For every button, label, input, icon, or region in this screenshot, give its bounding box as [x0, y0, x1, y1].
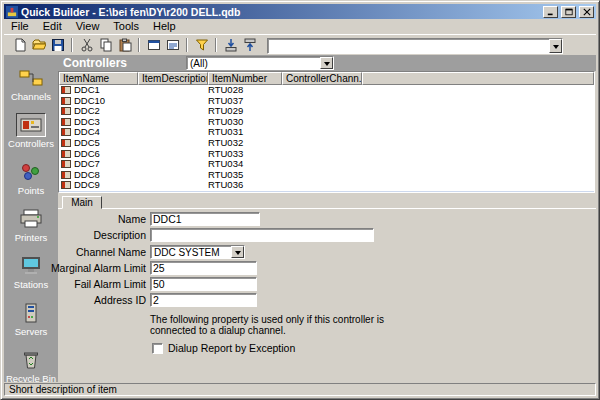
filter-button[interactable] — [192, 36, 211, 53]
minimize-icon — [546, 8, 556, 16]
address-id-field[interactable] — [150, 293, 257, 307]
cell-itemdescription — [138, 170, 208, 181]
new-button[interactable] — [10, 36, 29, 53]
table-row[interactable]: DDC9RTU036 — [59, 180, 594, 191]
cell-itemnumber: RTU033 — [208, 149, 282, 160]
upload-button[interactable] — [240, 36, 259, 53]
controllers-icon — [19, 115, 43, 135]
sidebar-item-controllers[interactable]: Controllers — [4, 113, 58, 149]
filter-dropdown[interactable]: (All) — [186, 56, 334, 70]
sidebar-item-points[interactable]: Points — [4, 160, 58, 196]
sidebar-item-label: Channels — [4, 92, 58, 102]
maximize-button[interactable] — [561, 6, 576, 18]
cell-itemname: DDC2 — [74, 106, 100, 116]
close-button[interactable] — [579, 6, 594, 18]
filter-icon — [195, 38, 209, 52]
dialup-report-label: Dialup Report by Exception — [168, 342, 295, 354]
cell-itemdescription — [138, 127, 208, 138]
controller-icon — [61, 171, 71, 179]
chevron-down-icon — [553, 45, 559, 52]
filter-dropdown-value: (All) — [187, 57, 320, 69]
menu-edit[interactable]: Edit — [36, 20, 69, 33]
cell-itemdescription — [138, 85, 208, 96]
channel-name-value: DDC SYSTEM — [151, 246, 231, 258]
menu-tools[interactable]: Tools — [106, 20, 146, 33]
cell-channel — [282, 96, 594, 107]
window-title: Quick Builder - E:\bei fen\DY\r200 DELL.… — [21, 6, 540, 18]
menu-file[interactable]: File — [4, 20, 36, 33]
table-row[interactable]: DDC4RTU031 — [59, 127, 594, 138]
column-header-itemname[interactable]: ItemName — [59, 72, 138, 85]
cell-itemnumber: RTU036 — [208, 180, 282, 191]
sidebar-item-channels[interactable]: Channels — [4, 66, 58, 102]
dialup-note: The following property is used only if t… — [150, 314, 440, 336]
new-document-icon — [13, 38, 27, 52]
table-header: ItemName ItemDescription ItemNumber Cont… — [59, 72, 594, 85]
cut-button[interactable] — [77, 36, 96, 53]
item-properties-button[interactable] — [163, 36, 182, 53]
table-row[interactable]: DDC7RTU034 — [59, 159, 594, 170]
name-field[interactable] — [150, 212, 260, 226]
table-row[interactable]: DDC10RTU037 — [59, 96, 594, 107]
copy-button[interactable] — [96, 36, 115, 53]
toolbar-combobox[interactable] — [267, 38, 563, 54]
download-button[interactable] — [221, 36, 240, 53]
cell-itemname: DDC1 — [74, 85, 100, 95]
cell-itemname: DDC10 — [74, 96, 105, 106]
cell-itemnumber: RTU031 — [208, 127, 282, 138]
menu-view[interactable]: View — [69, 20, 107, 33]
status-bar: Short description of item — [4, 383, 596, 396]
controller-icon — [61, 150, 71, 158]
add-item-button[interactable] — [144, 36, 163, 53]
fail-alarm-limit-field[interactable] — [150, 277, 257, 291]
dialup-note-line2: connected to a dialup channel. — [150, 325, 440, 336]
cell-itemdescription — [138, 149, 208, 160]
tab-main[interactable]: Main — [62, 196, 102, 209]
table-row[interactable]: DDC8RTU035 — [59, 170, 594, 181]
fail-alarm-limit-label: Fail Alarm Limit — [46, 278, 146, 290]
column-header-itemnumber[interactable]: ItemNumber — [208, 72, 282, 85]
upload-icon — [243, 38, 257, 52]
menu-bar: File Edit View Tools Help — [4, 20, 596, 33]
minimize-button[interactable] — [543, 6, 558, 18]
column-header-itemdescription[interactable]: ItemDescription — [138, 72, 208, 85]
cell-itemname: DDC9 — [74, 180, 100, 190]
table-row[interactable]: DDC1RTU028 — [59, 85, 594, 96]
table-row[interactable]: DDC3RTU030 — [59, 117, 594, 128]
column-header-filler — [362, 72, 594, 85]
sidebar-item-label: Points — [4, 186, 58, 196]
table-row[interactable]: DDC6RTU033 — [59, 149, 594, 160]
save-button[interactable] — [48, 36, 67, 53]
toolbar-separator — [215, 38, 217, 52]
channel-dropdown-arrow[interactable] — [231, 246, 244, 258]
paste-icon — [118, 38, 132, 52]
add-item-icon — [147, 38, 161, 52]
column-header-controllerchannel[interactable]: ControllerChann... — [282, 72, 362, 85]
cell-channel — [282, 149, 594, 160]
table-row[interactable]: DDC2RTU029 — [59, 106, 594, 117]
filter-dropdown-arrow[interactable] — [320, 57, 333, 69]
name-label: Name — [46, 213, 146, 225]
close-icon — [582, 8, 592, 16]
table-row[interactable]: DDC5RTU032 — [59, 138, 594, 149]
cell-itemdescription — [138, 106, 208, 117]
controller-icon — [61, 128, 71, 136]
chevron-down-icon — [235, 251, 241, 258]
detail-form: Name Description Channel Name DDC SYSTEM… — [46, 209, 596, 382]
cell-itemdescription — [138, 159, 208, 170]
cell-itemnumber: RTU035 — [208, 170, 282, 181]
menu-help[interactable]: Help — [146, 20, 183, 33]
open-button[interactable] — [29, 36, 48, 53]
open-folder-icon — [32, 38, 46, 52]
toolbar-combobox-arrow[interactable] — [549, 39, 562, 53]
dialup-report-checkbox[interactable] — [152, 343, 163, 354]
cell-itemname: DDC7 — [74, 159, 100, 169]
channel-name-dropdown[interactable]: DDC SYSTEM — [150, 245, 245, 259]
app-icon — [6, 6, 18, 18]
marginal-alarm-limit-field[interactable] — [150, 261, 257, 275]
description-field[interactable] — [150, 228, 374, 242]
cell-itemnumber: RTU030 — [208, 117, 282, 128]
page-title: Controllers — [58, 56, 127, 70]
paste-button[interactable] — [115, 36, 134, 53]
cell-itemname: DDC3 — [74, 117, 100, 127]
